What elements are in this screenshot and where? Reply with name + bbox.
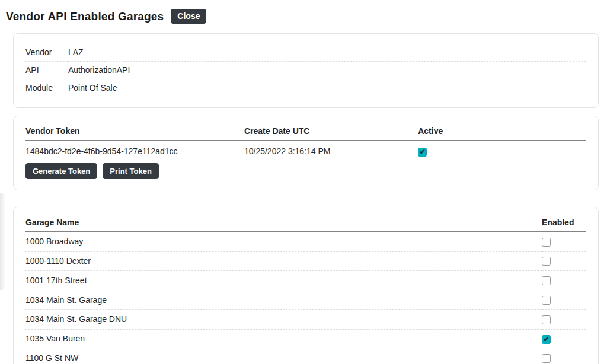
garage-name: 1034 Main St. Garage — [25, 290, 542, 310]
vendor-info-row: ModulePoint Of Sale — [25, 79, 586, 97]
vendor-token-panel: Vendor Token Create Date UTC Active 1484… — [13, 116, 599, 190]
token-header-row: Vendor Token Create Date UTC Active — [25, 126, 586, 141]
garage-name: 1035 Van Buren — [25, 329, 542, 349]
offscreen-element-edge — [0, 193, 6, 290]
garage-enabled-checkbox[interactable]: ✔ — [542, 315, 551, 324]
info-label: Module — [25, 79, 68, 97]
active-checkbox[interactable]: ✔ — [418, 148, 427, 157]
page-title: Vendor API Enabled Garages — [6, 10, 164, 23]
info-value: Point Of Sale — [68, 79, 586, 97]
garage-name: 1034 Main St. Garage DNU — [25, 309, 542, 329]
vendor-info-panel: VendorLAZAPIAuthorizationAPIModulePoint … — [13, 33, 599, 108]
info-value: LAZ — [68, 44, 586, 62]
garage-enabled-checkbox[interactable]: ✔ — [542, 354, 551, 363]
garage-row: 1034 Main St. Garage DNU✔ — [25, 309, 586, 329]
vendor-token-header: Vendor Token — [25, 126, 244, 141]
garages-panel: Garage Name Enabled 1000 Broadway✔1000-1… — [13, 207, 599, 364]
vendor-info-row: VendorLAZ — [25, 44, 586, 62]
garage-name: 1000 Broadway — [25, 232, 542, 251]
vendor-token-value: 1484bdc2-fd2e-4f6b-9d54-127e112ad1cc — [25, 141, 244, 160]
generate-token-button[interactable]: Generate Token — [25, 163, 97, 179]
print-token-button[interactable]: Print Token — [103, 163, 159, 179]
garage-enabled-checkbox[interactable]: ✔ — [542, 276, 551, 285]
page-header: Vendor API Enabled Garages Close — [6, 9, 599, 24]
garage-row: 1100 G St NW✔ — [25, 349, 586, 364]
garage-enabled-checkbox[interactable]: ✔ — [542, 335, 551, 344]
garage-header-row: Garage Name Enabled — [25, 218, 586, 232]
garage-enabled-checkbox[interactable]: ✔ — [542, 296, 551, 305]
garage-name: 1100 G St NW — [25, 349, 542, 364]
enabled-header: Enabled — [542, 218, 586, 232]
garage-enabled-checkbox[interactable]: ✔ — [542, 238, 551, 247]
garage-enabled-checkbox[interactable]: ✔ — [542, 257, 551, 266]
checkmark-icon: ✔ — [542, 335, 550, 344]
garages-table: Garage Name Enabled 1000 Broadway✔1000-1… — [25, 218, 586, 364]
info-label: API — [25, 62, 68, 79]
vendor-info-table: VendorLAZAPIAuthorizationAPIModulePoint … — [25, 44, 586, 97]
garage-row: 1000-1110 Dexter✔ — [25, 251, 586, 271]
garage-row: 1035 Van Buren✔ — [25, 329, 586, 349]
garage-row: 1001 17th Street✔ — [25, 271, 586, 290]
garage-name: 1001 17th Street — [25, 271, 542, 290]
create-date-header: Create Date UTC — [244, 126, 418, 141]
vendor-token-table: Vendor Token Create Date UTC Active 1484… — [25, 126, 586, 160]
close-button[interactable]: Close — [171, 9, 206, 24]
garage-name: 1000-1110 Dexter — [25, 251, 542, 271]
garage-row: 1034 Main St. Garage✔ — [25, 290, 586, 310]
vendor-info-row: APIAuthorizationAPI — [25, 62, 586, 79]
garage-row: 1000 Broadway✔ — [25, 232, 586, 251]
create-date-value: 10/25/2022 3:16:14 PM — [244, 141, 418, 160]
checkmark-icon: ✔ — [418, 148, 426, 157]
garage-name-header: Garage Name — [25, 218, 542, 232]
active-header: Active — [418, 126, 586, 141]
token-row: 1484bdc2-fd2e-4f6b-9d54-127e112ad1cc 10/… — [25, 141, 586, 160]
info-value: AuthorizationAPI — [68, 62, 586, 79]
info-label: Vendor — [25, 44, 68, 62]
